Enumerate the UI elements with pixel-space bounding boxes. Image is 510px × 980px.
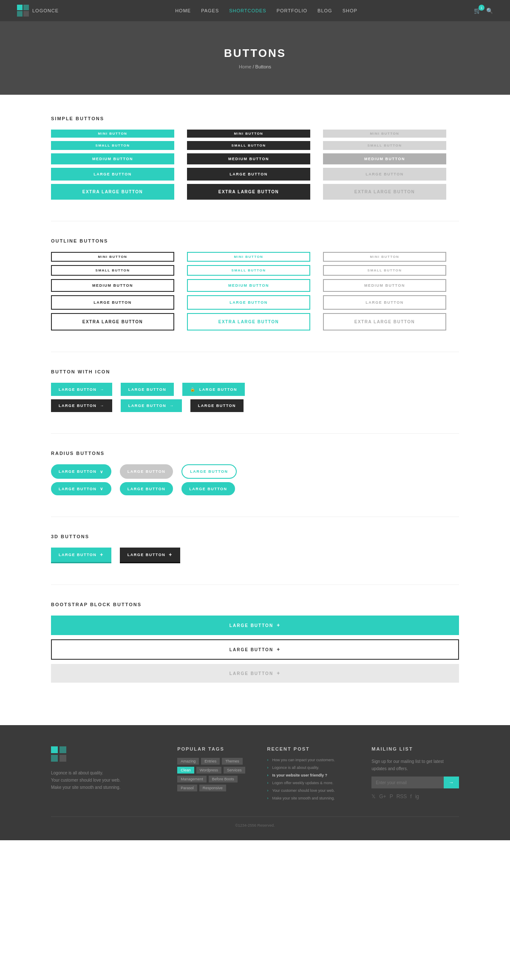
tag-before-boots[interactable]: Before Boots [209,776,238,782]
arrow-icon [100,387,105,392]
footer-mailing-title: MAILING LIST [371,746,459,751]
simple-teal-medium[interactable]: MEDIUM BUTTON [51,153,174,164]
simple-col-gray: MINI BUTTON SMALL BUTTON MEDIUM BUTTON L… [323,130,459,200]
outline-gray-mini[interactable]: MINI BUTTON [323,252,446,262]
tag-wordpress[interactable]: Wordpress [196,767,221,774]
footer-description: Logonce is all about quality. Your custo… [51,769,160,791]
simple-dark-medium[interactable]: MEDIUM BUTTON [187,153,310,164]
tag-services[interactable]: Services [224,767,245,774]
simple-dark-xlarge[interactable]: EXTRA LARGE BUTTON [187,184,310,200]
post-item-3[interactable]: Is your website user friendly ? [267,773,355,777]
footer-tags-section: POPULAR TAGS Amazing Entries Themes Clea… [177,746,250,804]
simple-gray-medium[interactable]: MEDIUM BUTTON [323,153,446,164]
section-icon-title: BUTTON WITH ICON [51,369,459,374]
simple-gray-xlarge[interactable]: EXTRA LARGE BUTTON [323,184,446,200]
outline-teal-medium[interactable]: MEDIUM BUTTON [187,279,310,292]
nav-pages[interactable]: PAGES [201,8,219,13]
breadcrumb-home[interactable]: Home [239,64,251,69]
simple-teal-xlarge[interactable]: EXTRA LARGE BUTTON [51,184,174,200]
post-item-6[interactable]: Make your site smooth and stunning. [267,796,355,800]
outline-teal-small[interactable]: SMALL BUTTON [187,265,310,276]
breadcrumb: Home / Buttons [17,64,493,69]
footer-email-input[interactable] [371,777,444,788]
section-simple-title: SIMPLE BUTTONS [51,116,459,121]
nav-home[interactable]: HOME [175,8,191,13]
tag-parasol[interactable]: Parasol [177,785,197,791]
outline-dark-small[interactable]: SMALL BUTTON [51,265,174,276]
footer-email-submit[interactable]: → [444,777,459,788]
footer-logo[interactable] [51,746,160,763]
post-item-5[interactable]: Your customer should love your web. [267,788,355,793]
tag-themes[interactable]: Themes [222,758,243,765]
radius-teal-chevron-2[interactable]: LARGE BUTTON [51,482,111,495]
block-teal-button[interactable]: LARGE BUTTON [51,616,459,635]
cart-icon[interactable]: 🛒1 [474,7,481,14]
nav-portfolio[interactable]: PORTFOLIO [277,8,307,13]
section-simple-buttons: SIMPLE BUTTONS MINI BUTTON SMALL BUTTON … [51,116,459,200]
radius-teal-chevron-1[interactable]: LARGE BUTTON [51,464,111,479]
simple-gray-large[interactable]: LARGE BUTTON [323,168,446,181]
icon-teal-arrow-1[interactable]: LARGE BUTTON [51,383,112,396]
simple-dark-small[interactable]: SMALL BUTTON [187,141,310,150]
rss-icon[interactable]: RSS [397,794,407,799]
icon-teal-lock[interactable]: LARGE BUTTON [182,383,245,396]
simple-teal-small[interactable]: SMALL BUTTON [51,141,174,150]
radius-teal-2[interactable]: LARGE BUTTON [120,482,173,495]
divider-4 [51,517,459,517]
icon-dark-plain[interactable]: LARGE BUTTON [190,399,244,412]
block-outline-button[interactable]: LARGE BUTTON [51,639,459,660]
google-plus-icon[interactable]: G+ [379,794,386,799]
radius-teal-3[interactable]: LARGE BUTTON [181,482,235,495]
outline-gray-large[interactable]: LARGE BUTTON [323,295,446,310]
pinterest-icon[interactable]: P [390,794,393,799]
simple-dark-large[interactable]: LARGE BUTTON [187,168,310,181]
breadcrumb-current: Buttons [255,64,271,69]
outline-dark-medium[interactable]: MEDIUM BUTTON [51,279,174,292]
search-icon[interactable]: 🔍 [486,8,493,14]
post-item-4[interactable]: Logon offer weekly updates & more. [267,781,355,785]
outline-gray-small[interactable]: SMALL BUTTON [323,265,446,276]
icon-teal-plain[interactable]: LARGE BUTTON [121,383,174,396]
arrow-icon-3 [170,404,174,408]
outline-gray-xlarge[interactable]: EXTRA LARGE BUTTON [323,313,446,330]
outline-gray-medium[interactable]: MEDIUM BUTTON [323,279,446,292]
facebook-icon[interactable]: f [410,794,411,799]
nav-logo[interactable]: LOGONCE [17,5,59,17]
outline-dark-xlarge[interactable]: EXTRA LARGE BUTTON [51,313,174,330]
block-plus-icon-2 [277,647,280,652]
outline-teal-mini[interactable]: MINI BUTTON [187,252,310,262]
nav-shortcodes[interactable]: SHORTCODES [229,8,266,13]
outline-dark-large[interactable]: LARGE BUTTON [51,295,174,310]
svg-rect-4 [51,746,58,753]
footer-posts-title: RECENT POST [267,746,355,751]
outline-dark-mini[interactable]: MINI BUTTON [51,252,174,262]
post-item-1[interactable]: How you can impact your customers. [267,758,355,762]
post-item-2[interactable]: Logonce is all about quality. [267,765,355,770]
tag-management[interactable]: Management [177,776,207,782]
tag-amazing[interactable]: Amazing [177,758,199,765]
simple-dark-mini[interactable]: MINI BUTTON [187,130,310,138]
radius-row-2: LARGE BUTTON LARGE BUTTON LARGE BUTTON [51,482,459,495]
instagram-icon[interactable]: ig [415,794,419,799]
3d-dark-button[interactable]: LARGE BUTTON [120,548,180,563]
tag-responsive[interactable]: Responsive [199,785,226,791]
radius-gray-1[interactable]: LARGE BUTTON [120,464,173,479]
icon-teal-arrow-2[interactable]: LARGE BUTTON [121,399,182,412]
simple-teal-large[interactable]: LARGE BUTTON [51,168,174,181]
tag-clean[interactable]: Clean [177,767,194,774]
tag-entries[interactable]: Entries [201,758,220,765]
outline-teal-large[interactable]: LARGE BUTTON [187,295,310,310]
3d-teal-button[interactable]: LARGE BUTTON [51,548,111,563]
plus-icon-1 [100,552,104,558]
nav-blog[interactable]: BLOG [317,8,332,13]
outline-teal-xlarge[interactable]: EXTRA LARGE BUTTON [187,313,310,330]
simple-teal-mini[interactable]: MINI BUTTON [51,130,174,138]
nav-shop[interactable]: SHOP [343,8,357,13]
block-gray-button[interactable]: LARGE BUTTON [51,664,459,683]
twitter-icon[interactable]: 𝕏 [371,794,376,799]
simple-col-dark: MINI BUTTON SMALL BUTTON MEDIUM BUTTON L… [187,130,323,200]
simple-gray-small[interactable]: SMALL BUTTON [323,141,446,150]
simple-gray-mini[interactable]: MINI BUTTON [323,130,446,138]
radius-outline-1[interactable]: LARGE BUTTON [181,464,236,479]
icon-dark-arrow[interactable]: LARGE BUTTON [51,399,112,412]
